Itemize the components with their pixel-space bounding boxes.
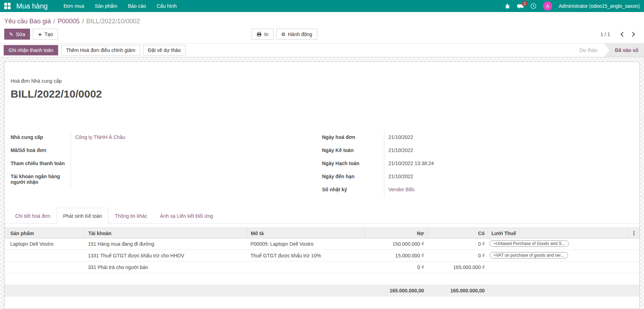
breadcrumb-link-po[interactable]: P00005 — [58, 18, 79, 25]
cell-product: Laptopn Dell Vostro — [5, 241, 84, 247]
field-label: Mã/Số hoá đơn — [11, 145, 71, 158]
table-row[interactable]: 1331 Thuế GTGT được khấu trừ cho HHDV Th… — [5, 250, 639, 262]
field-vendor: Nhà cung cấp Công ty TNHH Á Châu — [11, 132, 322, 145]
column-header-credit[interactable]: Có — [427, 228, 488, 239]
totals-row: 165.000.000,00 165.000.000,00 — [5, 285, 639, 297]
column-header-debit[interactable]: Nợ — [365, 228, 427, 239]
add-credit-note-button[interactable]: Thêm Hoá đơn điều chỉnh giảm — [61, 45, 140, 56]
field-accounting-date: Ngày Kế toán 21/10/2022 — [322, 145, 634, 158]
column-header-product[interactable]: Sản phẩm — [5, 228, 84, 239]
field-group-right: Ngày hoá đơn 21/10/2022 Ngày Kế toán 21/… — [322, 132, 634, 197]
messages-icon[interactable]: 1 — [517, 3, 524, 9]
tab-other-info[interactable]: Thông tin khác — [108, 208, 154, 224]
form-view-background: Hoá đơn Nhà cung cấp BILL/2022/10/0002 N… — [0, 57, 644, 309]
breadcrumb: Yêu cầu Báo giá/P00005/BILL/2022/10/0002 — [4, 17, 640, 25]
print-button[interactable]: In — [252, 29, 273, 40]
breadcrumb-separator: / — [79, 18, 86, 25]
field-label: Ngày đến hạn — [322, 171, 384, 184]
field-value: 21/10/2022 — [384, 132, 413, 142]
action-menu-button[interactable]: ⚙ Hành động — [276, 29, 317, 40]
top-nav: Mua hàng Đơn mua Sản phẩm Báo cáo Cấu hì… — [0, 0, 644, 12]
chevron-right-icon — [632, 31, 636, 37]
tax-grid-tag: +Untaxed Purchase of Goods and S... — [490, 240, 569, 247]
control-panel-buttons: ✎ Sửa + Tạo In ⚙ Hành động — [4, 29, 640, 40]
journal-link[interactable]: Vendor Bills — [384, 184, 415, 195]
field-label: Tham chiếu thanh toán — [11, 158, 71, 171]
statusbar: Ghi nhận thanh toán Thêm Hoá đơn điều ch… — [0, 43, 644, 57]
tab-invoice-lines[interactable]: Chi tiết hoá đơn — [9, 208, 57, 224]
chevron-left-icon — [620, 31, 624, 37]
table-header-row: Sản phẩm Tài khoản Mô tả Nợ Có Lưới Thuế… — [5, 227, 639, 238]
column-header-tax-grid[interactable]: Lưới Thuế — [488, 228, 627, 239]
field-value — [71, 158, 75, 163]
field-bill-date: Ngày hoá đơn 21/10/2022 — [322, 132, 634, 145]
total-debit: 165.000.000,00 — [365, 288, 427, 293]
breadcrumb-link-rfq[interactable]: Yêu cầu Báo giá — [4, 18, 51, 25]
pencil-icon: ✎ — [9, 31, 13, 37]
breadcrumb-separator: / — [51, 18, 58, 25]
field-groups: Nhà cung cấp Công ty TNHH Á Châu Mã/Số h… — [11, 132, 633, 197]
field-group-left: Nhà cung cấp Công ty TNHH Á Châu Mã/Số h… — [11, 132, 322, 197]
table-row[interactable]: Laptopn Dell Vostro 151 Hàng mua đang đi… — [5, 238, 639, 250]
cell-credit: 165.000.000 ₫ — [427, 264, 488, 270]
debug-bug-icon[interactable] — [504, 3, 510, 9]
field-label: Ngày Hạch toán — [322, 158, 384, 171]
field-payment-reference: Tham chiếu thanh toán — [11, 158, 322, 171]
create-button[interactable]: + Tạo — [33, 29, 58, 40]
odoo-app: Mua hàng Đơn mua Sản phẩm Báo cáo Cấu hì… — [0, 0, 644, 309]
document-type-label: Hoá đơn Nhà cung cấp — [11, 78, 633, 84]
pager-previous-button[interactable] — [619, 30, 625, 39]
pager: 1 / 1 — [601, 30, 640, 39]
cell-account: 1331 Thuế GTGT được khấu trừ cho HHDV — [84, 253, 247, 258]
messages-badge: 1 — [522, 1, 527, 6]
field-due-date: Ngày đến hạn 21/10/2022 — [322, 171, 634, 184]
field-value: 21/10/2022 13:38:24 — [384, 158, 434, 169]
edit-button[interactable]: ✎ Sửa — [4, 29, 30, 40]
pager-counter: 1 / 1 — [601, 31, 610, 37]
breadcrumb-current: BILL/2022/10/0002 — [86, 18, 140, 25]
total-credit: 165.000.000,00 — [427, 288, 488, 293]
field-label: Tài khoản ngân hàng người nhận — [11, 171, 71, 187]
field-label: Ngày Kế toán — [322, 145, 384, 158]
cell-account: 331 Phải trả cho người bán — [84, 264, 247, 270]
gear-icon: ⚙ — [281, 31, 286, 37]
field-label: Sổ nhật ký — [322, 184, 384, 197]
cell-description: Thuế GTGT được khấu trừ 10% — [247, 253, 365, 258]
nav-item-bao-cao[interactable]: Báo cáo — [123, 0, 151, 12]
state-posted[interactable]: Đã vào sổ — [604, 43, 644, 57]
cell-credit: 0 ₫ — [427, 253, 488, 258]
field-journal: Sổ nhật ký Vendor Bills — [322, 184, 634, 197]
action-buttons: In ⚙ Hành động — [252, 29, 317, 40]
pager-next-button[interactable] — [630, 30, 637, 39]
cell-debit: 0 ₫ — [365, 264, 427, 270]
state-draft[interactable]: Dự thảo — [572, 43, 604, 57]
printer-icon — [256, 32, 262, 37]
user-menu[interactable]: Administrator (odoo15_anglo_saxon) — [559, 3, 640, 9]
column-header-description[interactable]: Mô tả — [247, 228, 365, 239]
plus-icon: + — [38, 31, 42, 37]
reset-to-draft-button[interactable]: Đặt về dự thảo — [143, 45, 186, 56]
vendor-link[interactable]: Công ty TNHH Á Châu — [71, 132, 125, 142]
tab-counterpart-mapping[interactable]: Ánh xạ Liên kết Đối ứng — [154, 208, 219, 224]
register-payment-button[interactable]: Ghi nhận thanh toán — [4, 45, 58, 56]
cell-debit: 15.000.000 ₫ — [365, 253, 427, 258]
activities-clock-icon[interactable] — [530, 3, 537, 9]
notebook: Chi tiết hoá đơn Phát sinh Kế toán Thông… — [5, 208, 639, 297]
journal-items-table: Sản phẩm Tài khoản Mô tả Nợ Có Lưới Thuế… — [5, 227, 639, 297]
nav-item-cau-hinh[interactable]: Cấu hình — [151, 0, 182, 12]
field-label: Ngày hoá đơn — [322, 132, 384, 145]
document-name: BILL/2022/10/0002 — [11, 88, 633, 100]
nav-item-don-mua[interactable]: Đơn mua — [58, 0, 89, 12]
apps-menu-icon[interactable] — [4, 3, 11, 9]
cell-debit: 150.000.000 ₫ — [365, 241, 427, 247]
optional-columns-icon[interactable]: ⋮ — [627, 228, 639, 239]
nav-item-san-pham[interactable]: Sản phẩm — [89, 0, 123, 12]
user-avatar[interactable]: A — [543, 1, 552, 11]
field-value: 21/10/2022 — [384, 171, 413, 182]
tab-journal-items[interactable]: Phát sinh Kế toán — [57, 208, 108, 224]
app-brand[interactable]: Mua hàng — [16, 2, 48, 10]
column-header-account[interactable]: Tài khoản — [84, 228, 247, 239]
table-row[interactable]: 331 Phải trả cho người bán 0 ₫ 165.000.0… — [5, 262, 639, 273]
control-panel: Yêu cầu Báo giá/P00005/BILL/2022/10/0002… — [0, 12, 644, 43]
cell-credit: 0 ₫ — [427, 241, 488, 247]
